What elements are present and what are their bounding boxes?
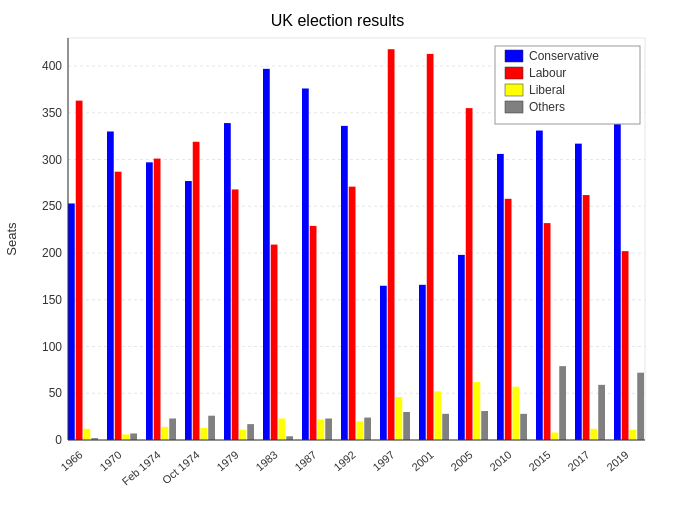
svg-rect-80 [536,131,543,440]
chart-container: UK election results 05010015020025030035… [0,0,675,520]
svg-text:Seats: Seats [4,222,19,256]
svg-rect-31 [154,159,161,440]
svg-rect-63 [403,412,410,440]
svg-text:1970: 1970 [97,448,123,473]
svg-rect-87 [591,429,598,440]
svg-rect-68 [442,414,449,440]
svg-rect-62 [396,397,403,440]
svg-rect-78 [520,414,527,440]
svg-rect-32 [162,427,169,440]
svg-rect-48 [286,436,293,440]
svg-rect-82 [552,433,559,440]
svg-rect-50 [302,88,309,440]
svg-text:Liberal: Liberal [529,83,565,97]
svg-rect-104 [505,101,523,113]
svg-rect-77 [513,387,520,440]
svg-rect-36 [193,142,200,440]
svg-rect-86 [583,195,590,440]
svg-rect-85 [575,144,582,440]
svg-rect-43 [247,424,254,440]
svg-text:2001: 2001 [409,448,435,473]
svg-rect-76 [505,199,512,440]
svg-rect-67 [435,391,442,440]
svg-rect-37 [201,428,208,440]
svg-rect-51 [310,226,317,440]
svg-rect-60 [380,286,387,440]
svg-rect-25 [107,131,114,440]
svg-rect-26 [115,172,122,440]
svg-text:150: 150 [42,293,62,307]
svg-text:100: 100 [42,340,62,354]
svg-rect-71 [466,108,473,440]
svg-text:Others: Others [529,100,565,114]
svg-rect-57 [357,421,364,440]
svg-rect-35 [185,181,192,440]
svg-rect-70 [458,255,465,440]
svg-rect-61 [388,49,395,440]
svg-text:2015: 2015 [526,448,552,473]
svg-rect-65 [419,285,426,440]
svg-rect-88 [598,385,605,440]
svg-rect-52 [318,419,325,440]
svg-rect-100 [505,67,523,79]
svg-rect-73 [481,411,488,440]
svg-rect-66 [427,54,434,440]
svg-rect-91 [622,251,629,440]
svg-rect-47 [279,418,286,440]
svg-rect-90 [614,99,621,440]
svg-text:200: 200 [42,246,62,260]
svg-text:300: 300 [42,153,62,167]
svg-text:Conservative: Conservative [529,49,599,63]
svg-rect-27 [123,434,130,440]
svg-rect-58 [364,418,371,440]
svg-text:Oct 1974: Oct 1974 [160,448,202,486]
svg-text:1979: 1979 [214,448,240,473]
svg-rect-40 [224,123,231,440]
svg-rect-98 [505,50,523,62]
svg-rect-53 [325,418,332,440]
svg-rect-46 [271,245,278,440]
svg-rect-93 [637,373,644,440]
svg-text:2017: 2017 [565,448,591,473]
svg-rect-56 [349,187,356,440]
svg-rect-33 [169,418,176,440]
svg-text:400: 400 [42,59,62,73]
svg-rect-41 [232,189,239,440]
svg-text:2005: 2005 [448,448,474,473]
svg-rect-72 [474,382,481,440]
svg-text:50: 50 [49,386,63,400]
svg-rect-102 [505,84,523,96]
svg-rect-22 [84,429,91,440]
svg-rect-83 [559,366,566,440]
svg-rect-38 [208,416,215,440]
svg-text:1987: 1987 [292,448,318,473]
svg-text:1992: 1992 [331,448,357,473]
svg-text:0: 0 [55,433,62,447]
svg-rect-92 [630,430,637,440]
svg-text:350: 350 [42,106,62,120]
svg-text:1966: 1966 [58,448,84,473]
svg-text:2019: 2019 [604,448,630,473]
svg-rect-28 [130,433,137,440]
svg-rect-20 [68,203,75,440]
svg-rect-75 [497,154,504,440]
svg-text:250: 250 [42,199,62,213]
svg-rect-55 [341,126,348,440]
svg-rect-42 [240,430,247,440]
svg-text:Feb 1974: Feb 1974 [119,448,162,487]
svg-rect-45 [263,69,270,440]
svg-text:Labour: Labour [529,66,566,80]
svg-rect-30 [146,162,153,440]
svg-rect-21 [76,101,83,440]
chart-svg: 050100150200250300350400Seats19661970Feb… [0,0,675,520]
svg-text:1997: 1997 [370,448,396,473]
svg-text:2010: 2010 [487,448,513,473]
svg-text:1983: 1983 [253,448,279,473]
svg-rect-81 [544,223,551,440]
